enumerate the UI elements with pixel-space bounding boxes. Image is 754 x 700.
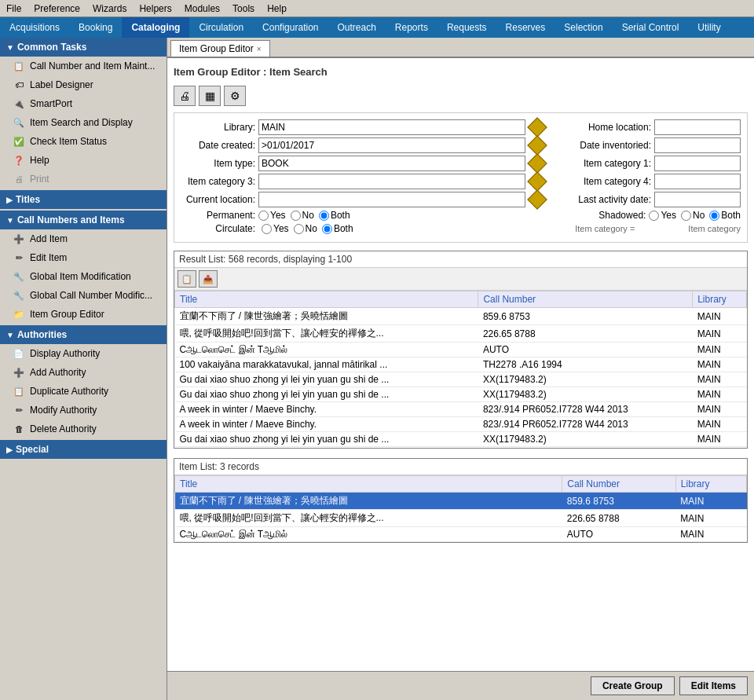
sidebar-item-edit-item[interactable]: ✏ Edit Item: [0, 248, 167, 267]
sidebar-item-smartport[interactable]: 🔌 SmartPort: [0, 94, 167, 113]
sidebar-item-add-authority[interactable]: ➕ Add Authority: [0, 363, 167, 382]
permanent-radio-group: Yes No Both: [258, 210, 350, 221]
nav-outreach[interactable]: Outreach: [328, 17, 386, 38]
sidebar-item-display-authority[interactable]: 📄 Display Authority: [0, 344, 167, 363]
nav-configuration[interactable]: Configuration: [253, 17, 328, 38]
permanent-yes-radio[interactable]: [258, 211, 269, 221]
result-table-row[interactable]: 宜蘭不下雨了 / 陳世強繪著；吳曉恬繪圖 859.6 8753 MAIN: [175, 308, 747, 325]
result-table-row[interactable]: Gu dai xiao shuo zhong yi lei yin yuan g…: [175, 447, 747, 449]
edit-items-button[interactable]: Edit Items: [679, 676, 748, 695]
item-category1-input[interactable]: [654, 156, 741, 171]
circulate-no-radio[interactable]: [294, 224, 304, 234]
sidebar-item-delete-authority[interactable]: 🗑 Delete Authority: [0, 420, 167, 438]
library-lookup-button[interactable]: [527, 117, 547, 137]
item-table-row[interactable]: Cஆடலொசெட் இன் Tஆமில் AUTO MAIN: [175, 527, 747, 542]
result-table-row[interactable]: A week in winter / Maeve Binchy. 823/.91…: [175, 402, 747, 417]
permanent-no-label[interactable]: No: [291, 210, 314, 221]
result-table-row[interactable]: Gu dai xiao shuo zhong yi lei yin yuan g…: [175, 372, 747, 387]
permanent-no-radio[interactable]: [291, 211, 301, 221]
item-category4-input[interactable]: [654, 174, 741, 189]
result-table-row[interactable]: Gu dai xiao shuo zhong yi lei yin yuan g…: [175, 387, 747, 402]
sidebar-header-special[interactable]: ▶ Special: [0, 440, 167, 459]
menu-tools[interactable]: Tools: [226, 2, 261, 16]
menu-help[interactable]: Help: [261, 2, 293, 16]
result-table-row[interactable]: 喂, 從呼吸開始吧!回到當下、讓心輕安的禪修之... 226.65 8788 M…: [175, 325, 747, 343]
last-activity-input[interactable]: [654, 192, 741, 207]
result-table-row[interactable]: 100 vakaiyāna marakkatavukal, jannal māt…: [175, 357, 747, 372]
print-button[interactable]: 🖨: [174, 86, 196, 106]
tab-close-button[interactable]: ×: [257, 45, 262, 53]
sidebar-item-print[interactable]: 🖨 Print: [0, 170, 167, 189]
item-table-row[interactable]: 喂, 從呼吸開始吧!回到當下、讓心輕安的禪修之... 226.65 8788 M…: [175, 510, 747, 527]
sidebar-item-help[interactable]: ❓ Help: [0, 151, 167, 170]
shadowed-both-radio[interactable]: [709, 211, 719, 221]
sidebar-header-titles[interactable]: ▶ Titles: [0, 190, 167, 209]
sidebar-item-item-group-editor[interactable]: 📁 Item Group Editor: [0, 305, 167, 324]
shadowed-yes-radio[interactable]: [649, 211, 659, 221]
sidebar-header-authorities[interactable]: ▼ Authorities: [0, 325, 167, 344]
circulate-yes-label[interactable]: Yes: [262, 223, 289, 234]
nav-serial-control[interactable]: Serial Control: [613, 17, 689, 38]
home-location-input[interactable]: [654, 119, 741, 135]
sidebar-item-check-item-status[interactable]: ✅ Check Item Status: [0, 132, 167, 151]
sidebar-item-global-call-number[interactable]: 🔧 Global Call Number Modific...: [0, 286, 167, 305]
library-input[interactable]: [258, 119, 525, 135]
menu-modules[interactable]: Modules: [178, 2, 226, 16]
sidebar-item-global-item-mod[interactable]: 🔧 Global Item Modification: [0, 267, 167, 286]
date-inventoried-input[interactable]: [654, 137, 741, 153]
sidebar-item-label-designer[interactable]: 🏷 Label Designer: [0, 75, 167, 94]
result-copy-button[interactable]: 📋: [178, 270, 196, 288]
nav-utility[interactable]: Utility: [688, 17, 730, 38]
result-table-row[interactable]: Cஆடலொசெட் இன் Tஆமில் AUTO MAIN: [175, 343, 747, 357]
item-category3-lookup-button[interactable]: [527, 171, 547, 191]
barcode-button[interactable]: ▦: [199, 86, 221, 106]
result-table-row[interactable]: Gu dai xiao shuo zhong yi lei yin yuan g…: [175, 432, 747, 447]
nav-cataloging[interactable]: Cataloging: [122, 17, 189, 38]
item-category3-input[interactable]: [258, 174, 525, 189]
nav-selection[interactable]: Selection: [555, 17, 612, 38]
sidebar-item-item-search[interactable]: 🔍 Item Search and Display: [0, 113, 167, 132]
shadowed-both-label[interactable]: Both: [709, 210, 741, 221]
menu-file[interactable]: File: [0, 2, 27, 16]
circulate-no-label[interactable]: No: [294, 223, 317, 234]
menu-helpers[interactable]: Helpers: [133, 2, 178, 16]
sidebar-item-duplicate-authority[interactable]: 📋 Duplicate Authority: [0, 382, 167, 401]
nav-circulation[interactable]: Circulation: [189, 17, 253, 38]
result-cell-call-number: XX(1179483.2): [478, 387, 693, 402]
global-call-number-icon: 🔧: [13, 289, 25, 302]
result-export-button[interactable]: 📤: [199, 270, 218, 288]
nav-acquisitions[interactable]: Acquisitions: [0, 17, 69, 38]
item-type-input[interactable]: [258, 156, 525, 171]
item-table-row[interactable]: 宜蘭不下雨了 / 陳世強繪著；吳曉恬繪圖 859.6 8753 MAIN: [175, 493, 747, 510]
nav-booking[interactable]: Booking: [69, 17, 122, 38]
date-created-input[interactable]: [258, 137, 525, 153]
create-group-button[interactable]: Create Group: [591, 676, 675, 695]
permanent-both-radio[interactable]: [319, 211, 329, 221]
sidebar-item-add-item[interactable]: ➕ Add Item: [0, 229, 167, 248]
nav-requests[interactable]: Requests: [437, 17, 496, 38]
circulate-both-label[interactable]: Both: [322, 223, 353, 234]
date-created-lookup-button[interactable]: [527, 135, 547, 155]
sidebar-header-common-tasks[interactable]: ▼ Common Tasks: [0, 38, 167, 57]
current-location-input[interactable]: [258, 192, 525, 207]
result-table-row[interactable]: A week in winter / Maeve Binchy. 823/.91…: [175, 417, 747, 432]
menu-wizards[interactable]: Wizards: [86, 2, 133, 16]
nav-reports[interactable]: Reports: [386, 17, 437, 38]
menu-preference[interactable]: Preference: [27, 2, 86, 16]
shadowed-yes-label[interactable]: Yes: [649, 210, 676, 221]
sidebar-label-display-authority: Display Authority: [30, 348, 100, 359]
shadowed-no-radio[interactable]: [681, 211, 691, 221]
permanent-both-label[interactable]: Both: [319, 210, 350, 221]
circulate-yes-radio[interactable]: [262, 224, 272, 234]
nav-reserves[interactable]: Reserves: [496, 17, 555, 38]
tab-item-group-editor[interactable]: Item Group Editor ×: [170, 40, 270, 57]
circulate-both-radio[interactable]: [322, 224, 332, 234]
sidebar-item-modify-authority[interactable]: ✏ Modify Authority: [0, 401, 167, 420]
permanent-yes-label[interactable]: Yes: [258, 210, 286, 221]
sidebar-item-call-number-maint[interactable]: 📋 Call Number and Item Maint...: [0, 57, 167, 75]
current-location-lookup-button[interactable]: [527, 189, 547, 209]
sidebar-header-call-numbers[interactable]: ▼ Call Numbers and Items: [0, 211, 167, 229]
shadowed-no-label[interactable]: No: [681, 210, 705, 221]
item-type-lookup-button[interactable]: [527, 153, 547, 173]
export-button[interactable]: ⚙: [224, 86, 246, 106]
